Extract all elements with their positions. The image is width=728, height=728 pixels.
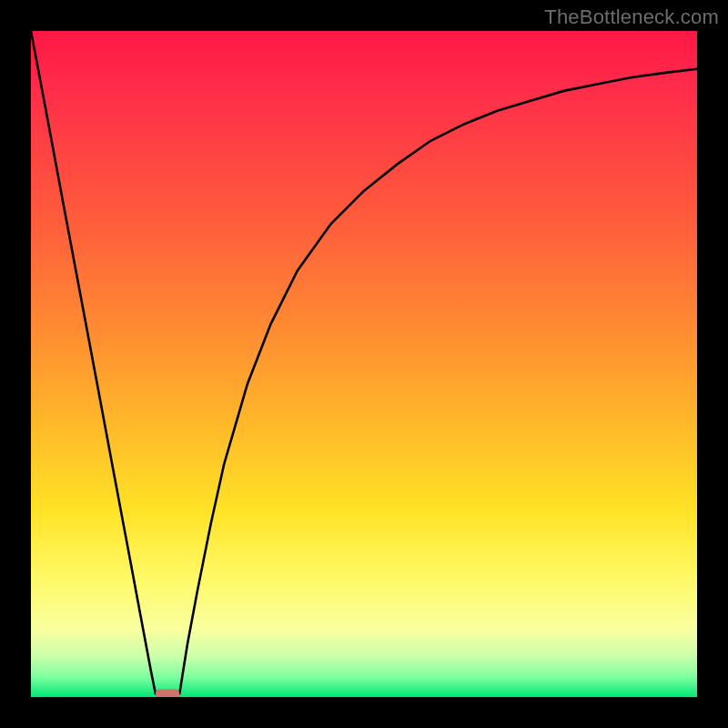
curve-left-branch xyxy=(31,31,156,693)
curve-right-branch xyxy=(179,69,697,694)
chart-svg xyxy=(31,31,697,697)
curve-group xyxy=(31,31,697,697)
plot-area xyxy=(31,31,697,697)
chart-frame: TheBottleneck.com xyxy=(0,0,728,728)
bottom-marker xyxy=(156,689,179,697)
watermark-text: TheBottleneck.com xyxy=(544,5,719,29)
